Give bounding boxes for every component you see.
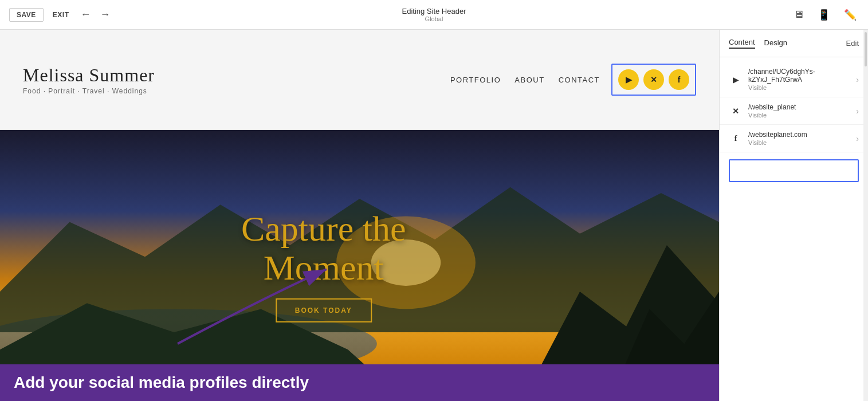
youtube-list-item[interactable]: ▶ /channel/UCy6dghYs-kZYxJ_Fh7tGrwA Visi… (720, 62, 868, 97)
youtube-chevron-icon: › (856, 75, 859, 84)
nav-portfolio[interactable]: PORTFOLIO (450, 76, 501, 84)
editing-title: Editing Site Header (402, 7, 466, 15)
design-button[interactable]: ✏️ (842, 6, 859, 23)
twitter-list-icon: ✕ (729, 104, 743, 118)
mobile-view-button[interactable]: 📱 (815, 6, 832, 23)
main-area: Melissa Summer Food · Portrait · Travel … (0, 30, 868, 401)
facebook-icon[interactable]: f (669, 69, 689, 90)
youtube-url: /channel/UCy6dghYs-kZYxJ_Fh7tGrwA (748, 68, 856, 84)
redo-button[interactable]: → (97, 6, 112, 23)
site-nav: PORTFOLIO ABOUT CONTACT (450, 76, 600, 84)
facebook-url: /websiteplanet.com (748, 131, 856, 139)
toolbar-center: Editing Site Header Global (402, 7, 466, 22)
twitter-chevron-icon: › (856, 107, 859, 116)
panel-content: ▶ /channel/UCy6dghYs-kZYxJ_Fh7tGrwA Visi… (720, 57, 868, 401)
youtube-icon[interactable]: ▶ (618, 69, 639, 90)
logo-tagline: Food · Portrait · Travel · Weddings (23, 87, 450, 95)
toolbar-left: SAVE EXIT ← → (9, 6, 112, 23)
preview-area: Melissa Summer Food · Portrait · Travel … (0, 30, 719, 401)
facebook-item-info: /websiteplanet.com Visible (748, 131, 856, 146)
hero-title: Capture the Moment (241, 209, 406, 286)
scrollbar-thumb (865, 32, 867, 66)
facebook-list-item[interactable]: f /websiteplanet.com Visible › (720, 125, 868, 152)
toolbar: SAVE EXIT ← → Editing Site Header Global… (0, 0, 868, 30)
tab-design[interactable]: Design (764, 38, 787, 48)
hero-content: Capture the Moment BOOK TODAY (241, 209, 406, 322)
site-logo: Melissa Summer Food · Portrait · Travel … (23, 65, 450, 95)
youtube-item-info: /channel/UCy6dghYs-kZYxJ_Fh7tGrwA Visibl… (748, 68, 856, 91)
facebook-list-icon: f (729, 132, 743, 146)
book-today-button[interactable]: BOOK TODAY (276, 298, 372, 323)
facebook-chevron-icon: › (856, 134, 859, 143)
nav-about[interactable]: ABOUT (514, 76, 544, 84)
twitter-icon[interactable]: ✕ (643, 69, 664, 90)
annotation-text: Add your social media profiles directly (14, 374, 309, 391)
add-social-input[interactable] (729, 159, 859, 182)
editing-subtitle: Global (402, 15, 466, 22)
youtube-list-icon: ▶ (729, 73, 743, 87)
panel-tabs: Content Design Edit (720, 30, 868, 57)
site-header: Melissa Summer Food · Portrait · Travel … (0, 30, 719, 130)
toolbar-right: 🖥 📱 ✏️ (791, 6, 859, 23)
twitter-item-info: /website_planet Visible (748, 103, 856, 119)
undo-button[interactable]: ← (78, 6, 93, 23)
facebook-status: Visible (748, 139, 856, 146)
scrollbar[interactable] (863, 30, 868, 401)
twitter-list-item[interactable]: ✕ /website_planet Visible › (720, 97, 868, 125)
exit-button[interactable]: EXIT (48, 9, 74, 21)
nav-contact[interactable]: CONTACT (559, 76, 600, 84)
logo-name: Melissa Summer (23, 65, 450, 86)
twitter-url: /website_planet (748, 103, 856, 111)
annotation-banner: Add your social media profiles directly (0, 364, 719, 401)
social-icons-header[interactable]: ▶ ✕ f (611, 64, 696, 96)
youtube-status: Visible (748, 84, 856, 91)
edit-button[interactable]: Edit (846, 39, 859, 48)
desktop-view-button[interactable]: 🖥 (791, 6, 806, 23)
right-panel: Content Design Edit ▶ /channel/UCy6dghYs… (719, 30, 868, 401)
twitter-status: Visible (748, 112, 856, 119)
hero-area: Capture the Moment BOOK TODAY Add your s… (0, 130, 719, 401)
tab-content[interactable]: Content (729, 38, 755, 49)
save-button[interactable]: SAVE (9, 8, 44, 22)
